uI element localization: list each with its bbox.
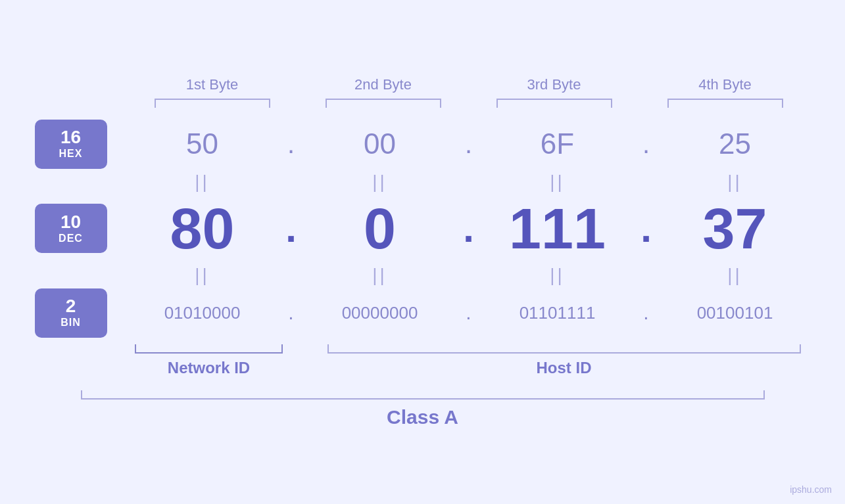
host-bracket-wrap: Host ID — [318, 344, 811, 377]
eq2-3: || — [482, 262, 633, 288]
bin-base-number: 2 — [66, 297, 76, 315]
dec-row: 10 DEC 80 . 0 . 111 . 37 — [35, 195, 811, 262]
bottom-brackets-row: Network ID Host ID — [35, 344, 811, 377]
hex-row: 16 HEX 50 . 00 . 6F . 25 — [35, 120, 811, 169]
bin-row: 2 BIN 01010000 . 00000000 . 01101111 . 0… — [35, 288, 811, 338]
bracket-top-2 — [298, 99, 469, 108]
dec-sep-1: . — [278, 206, 304, 251]
class-row: Class A — [35, 390, 811, 428]
equals-row-1: || || || || — [35, 169, 811, 195]
bin-badge: 2 BIN — [35, 288, 107, 338]
bin-byte-4: 00100101 — [660, 303, 811, 323]
byte-header-2: 2nd Byte — [298, 76, 469, 93]
hex-sep-1: . — [278, 129, 304, 159]
dec-badge: 10 DEC — [35, 204, 107, 253]
bin-byte-1: 01010000 — [127, 303, 278, 323]
class-bracket — [81, 390, 765, 400]
dec-base-label: DEC — [59, 233, 83, 244]
byte-header-3: 3rd Byte — [469, 76, 640, 93]
bracket-spacer — [291, 344, 318, 377]
eq2-1: || — [127, 262, 278, 288]
hex-sep-2: . — [456, 129, 482, 159]
bracket-top-3 — [469, 99, 640, 108]
dec-byte-3: 111 — [482, 195, 633, 262]
top-brackets — [35, 99, 811, 108]
byte-headers: 1st Byte 2nd Byte 3rd Byte 4th Byte — [35, 76, 811, 93]
bracket-top-4 — [640, 99, 811, 108]
main-container: 1st Byte 2nd Byte 3rd Byte 4th Byte 16 H… — [35, 76, 811, 428]
dec-base-number: 10 — [60, 213, 81, 231]
bin-byte-2: 00000000 — [304, 303, 456, 323]
hex-base-number: 16 — [60, 128, 81, 147]
bin-data-cells: 01010000 . 00000000 . 01101111 . 0010010… — [127, 302, 811, 324]
bin-byte-3: 01101111 — [482, 303, 633, 323]
dec-byte-1: 80 — [127, 195, 278, 262]
eq-2: || — [304, 169, 456, 195]
bracket-top-1 — [127, 99, 298, 108]
dec-sep-2: . — [456, 206, 482, 251]
network-bracket-wrap: Network ID — [127, 344, 291, 377]
dec-data-cells: 80 . 0 . 111 . 37 — [127, 195, 811, 262]
hex-byte-2: 00 — [304, 127, 456, 160]
eq2-4: || — [660, 262, 811, 288]
host-label: Host ID — [537, 359, 592, 377]
eq-1: || — [127, 169, 278, 195]
class-label: Class A — [387, 406, 458, 428]
hex-byte-3: 6F — [482, 127, 633, 160]
hex-data-cells: 50 . 00 . 6F . 25 — [127, 127, 811, 160]
equals-row-2: || || || || — [35, 262, 811, 288]
host-bracket — [327, 344, 801, 354]
hex-badge: 16 HEX — [35, 120, 107, 169]
watermark: ipshu.com — [790, 484, 832, 495]
hex-byte-1: 50 — [127, 127, 278, 160]
dec-sep-3: . — [633, 206, 660, 251]
bin-sep-1: . — [278, 302, 304, 324]
hex-byte-4: 25 — [660, 127, 811, 160]
bin-sep-3: . — [633, 302, 660, 324]
bin-base-label: BIN — [60, 317, 81, 329]
eq-3: || — [482, 169, 633, 195]
dec-byte-4: 37 — [660, 195, 811, 262]
dec-byte-2: 0 — [304, 195, 456, 262]
byte-header-4: 4th Byte — [640, 76, 811, 93]
eq2-2: || — [304, 262, 456, 288]
hex-base-label: HEX — [59, 148, 83, 160]
bin-sep-2: . — [456, 302, 482, 324]
network-label: Network ID — [168, 359, 250, 377]
eq-4: || — [660, 169, 811, 195]
byte-header-1: 1st Byte — [127, 76, 298, 93]
hex-sep-3: . — [633, 129, 660, 159]
network-bracket — [135, 344, 283, 354]
